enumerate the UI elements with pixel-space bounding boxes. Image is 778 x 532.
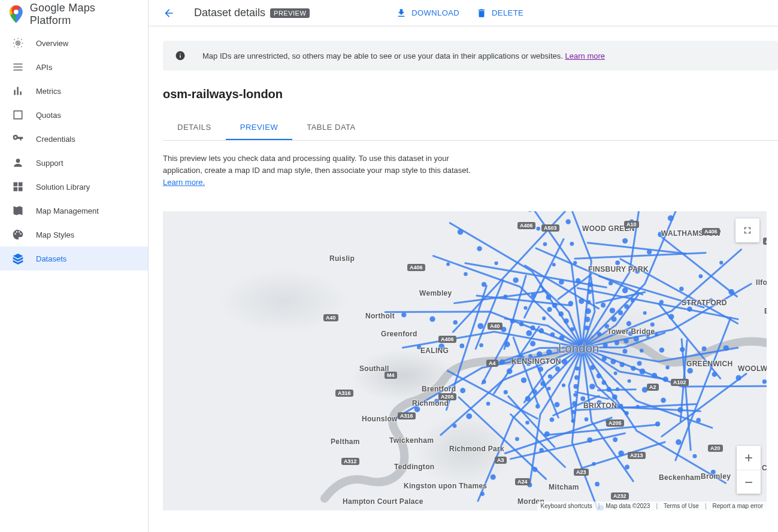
sidebar-item-map-styles[interactable]: Map Styles [0,223,148,247]
map-label: Richmond Park [449,445,504,453]
metrics-icon [12,85,24,97]
sidebar-item-label: Support [36,159,63,168]
preview-learn-more-link[interactable]: Learn more. [163,178,205,187]
road-shield: A24 [515,478,530,485]
svg-point-62 [550,418,555,422]
sidebar-item-map-management[interactable]: Map Management [0,199,148,223]
svg-point-84 [466,414,472,419]
svg-point-183 [603,343,608,348]
road-shield: A406 [517,222,535,229]
svg-point-32 [692,454,697,458]
sidebar-item-credentials[interactable]: Credentials [0,127,148,151]
map-center-label: London [558,342,600,355]
svg-point-107 [477,323,483,329]
sidebar-item-solution[interactable]: Solution Library [0,175,148,199]
svg-point-36 [601,381,606,385]
svg-point-137 [552,263,556,266]
road-shield: A40 [323,314,338,321]
back-button[interactable] [158,2,180,24]
support-icon [12,157,24,169]
download-icon [396,8,407,19]
apis-icon [12,61,24,73]
map-label: Richmond [412,399,449,408]
map-label: Mitcham [549,483,579,491]
sidebar-item-datasets[interactable]: Datasets [0,247,148,270]
svg-point-105 [526,330,532,336]
svg-point-165 [597,332,601,336]
svg-point-129 [570,327,574,332]
svg-point-102 [459,343,464,348]
keyboard-shortcuts-link[interactable]: Keyboard shortcuts [541,503,592,509]
terms-link[interactable]: Terms of Use [656,503,699,509]
svg-point-76 [548,374,552,378]
svg-point-48 [585,417,589,421]
svg-point-109 [429,316,435,321]
info-icon [175,50,186,61]
map-label: Beckenham [659,473,701,482]
fullscreen-button[interactable] [735,218,759,242]
download-button[interactable]: DOWNLOAD [396,8,459,19]
road-shield: A406 [702,228,720,235]
road-shield: A3 [495,457,507,464]
delete-button[interactable]: DELETE [476,8,523,19]
sidebar-item-label: Datasets [36,254,66,263]
map-label: Hounslow [362,415,398,423]
svg-point-172 [643,311,647,315]
map-label: Hampton Court Palace [343,497,423,506]
svg-point-155 [615,260,620,265]
sidebar-item-support[interactable]: Support [0,151,148,175]
sidebar-item-label: Quotas [36,111,61,120]
svg-point-17 [619,362,624,367]
map-label: Ruislip [329,254,355,263]
banner-learn-more-link[interactable]: Learn more [565,51,605,60]
map-label: Northolt [365,312,395,320]
map-label: FINSBURY PARK [588,265,649,273]
svg-point-69 [525,421,529,425]
credentials-icon [12,133,24,145]
map-label: Teddington [394,463,434,471]
svg-point-148 [585,317,590,322]
svg-point-13 [762,379,767,384]
svg-point-94 [537,351,542,357]
delete-icon [476,8,487,19]
svg-point-55 [574,384,579,389]
road-shield: A4 [486,360,498,367]
svg-point-174 [679,287,683,291]
zoom-in-button[interactable]: + [737,446,761,470]
report-error-link[interactable]: Report a map error [705,503,763,509]
svg-point-15 [602,356,607,361]
svg-point-40 [625,411,629,415]
overview-icon [12,37,24,49]
svg-point-89 [460,388,465,393]
svg-point-123 [547,307,552,312]
platform-title: Google Maps Platform [30,2,138,27]
sidebar-item-label: Credentials [36,135,75,144]
map-label: STRATFORD [682,299,727,307]
svg-point-25 [661,398,666,403]
svg-point-75 [555,366,560,371]
svg-point-38 [612,394,617,400]
road-shield: A213 [628,452,646,459]
maps-pin-icon [10,5,23,23]
svg-point-98 [500,359,505,364]
tab-table-data[interactable]: TABLE DATA [292,115,370,140]
zoom-out-button[interactable]: − [737,470,761,494]
svg-point-128 [458,229,464,235]
svg-point-159 [610,308,615,313]
svg-point-114 [530,326,535,330]
svg-point-46 [625,465,629,470]
tab-preview[interactable]: PREVIEW [226,115,292,140]
sidebar-item-quotas[interactable]: Quotas [0,103,148,127]
sidebar-item-overview[interactable]: Overview [0,31,148,55]
svg-point-27 [696,418,701,422]
sidebar-item-apis[interactable]: APIs [0,55,148,79]
content-scroll[interactable]: Map IDs are unrestricted, so others may … [149,26,778,532]
sidebar-item-metrics[interactable]: Metrics [0,79,148,103]
svg-point-118 [523,306,527,309]
svg-point-130 [564,318,569,324]
svg-point-139 [536,227,540,231]
tab-details[interactable]: DETAILS [163,115,226,140]
download-label: DOWNLOAD [411,8,459,17]
svg-point-54 [574,375,579,380]
map-preview[interactable]: WOOD GREENWALTHAMSTOWFINSBURY PARKSTRATF… [163,211,767,510]
